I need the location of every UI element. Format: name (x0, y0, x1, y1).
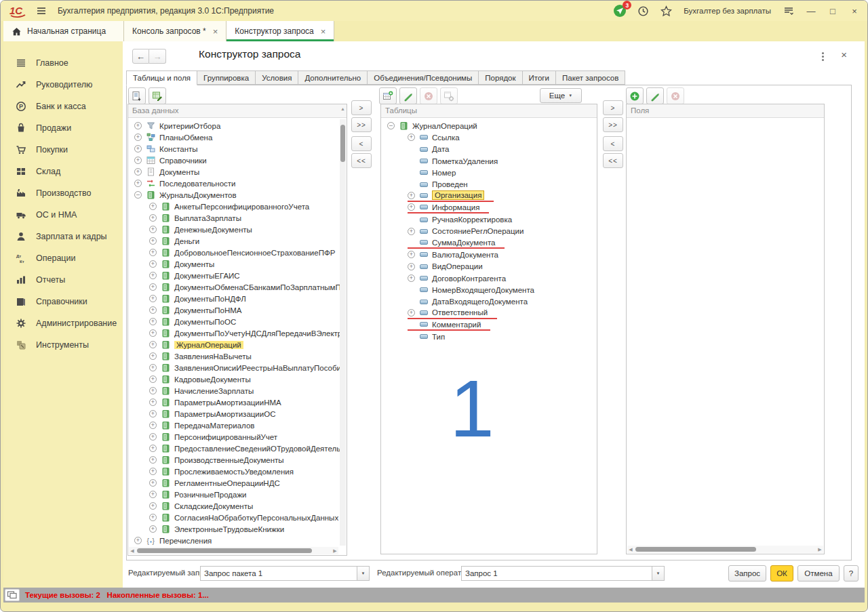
expand-toggle[interactable]: + (149, 329, 157, 337)
vertical-scrollbar[interactable] (340, 119, 346, 546)
tree-item[interactable]: +Ответственный (382, 308, 596, 319)
tree-item[interactable]: –ЖурналыДокументов (129, 189, 346, 201)
tree-item[interactable]: –ЖурналОпераций (382, 120, 596, 131)
expand-toggle[interactable]: + (149, 375, 157, 383)
tree-item[interactable]: +СостояниеРеглОперации (382, 226, 596, 237)
expand-toggle[interactable]: + (149, 226, 157, 233)
tree-item[interactable]: +КадровыеДокументы (129, 373, 346, 385)
query-wizard-button[interactable] (149, 87, 166, 104)
expand-toggle[interactable]: + (149, 468, 157, 475)
main-menu-icon[interactable] (36, 5, 48, 16)
tree-item[interactable]: +Информация (382, 202, 596, 213)
expand-toggle[interactable]: + (149, 352, 157, 360)
sidebar-item-os-i-nma[interactable]: ОС и НМА (3, 204, 123, 226)
expand-toggle[interactable]: + (134, 168, 142, 176)
tree-item[interactable]: Комментарий (382, 319, 596, 331)
sidebar-item-spravochniki[interactable]: Справочники (3, 291, 123, 312)
move-all-left-button[interactable]: << (603, 153, 623, 168)
form-tab-3[interactable]: Дополнительно (298, 70, 368, 85)
expand-toggle[interactable]: + (149, 445, 157, 452)
performance-indicator-icon[interactable] (5, 589, 20, 601)
move-selected-left-button[interactable]: < (351, 136, 372, 151)
expand-toggle[interactable]: + (149, 502, 157, 510)
expand-toggle[interactable]: + (149, 283, 157, 291)
delete-table-button[interactable] (420, 87, 437, 104)
horizontal-scrollbar[interactable]: ◀▶ (627, 546, 823, 553)
edit-table-button[interactable] (399, 87, 417, 104)
tree-item[interactable]: Тип (382, 331, 596, 342)
sidebar-item-administrirovanie[interactable]: Администрирование (3, 312, 123, 334)
tab-query-console[interactable]: Консоль запросов *× (124, 21, 226, 41)
form-tab-6[interactable]: Итоги (523, 70, 556, 85)
expand-toggle[interactable]: + (149, 410, 157, 417)
expand-toggle[interactable]: + (408, 228, 415, 235)
scroll-up-icon[interactable]: ▲ (340, 106, 346, 111)
expand-toggle[interactable]: + (408, 134, 415, 141)
tree-item[interactable]: +СогласияНаОбработкуПерсональныхДанных (129, 512, 346, 523)
tree-item[interactable]: +{}Перечисления (129, 535, 346, 546)
tree-item[interactable]: +РегламентныеОперацииНДС (129, 477, 346, 489)
tree-item[interactable]: +Документы (129, 258, 346, 270)
expand-toggle[interactable]: + (149, 525, 157, 533)
sidebar-item-sklad[interactable]: Склад (3, 161, 123, 182)
form-tab-7[interactable]: Пакет запросов (556, 70, 625, 85)
tree-item[interactable]: +ЗаявленияНаВычеты (129, 350, 346, 362)
form-tab-1[interactable]: Группировка (197, 70, 256, 85)
close-form-icon[interactable]: × (841, 49, 847, 60)
tree-item[interactable]: +ДокументыЕГАИС (129, 270, 346, 281)
tree-item[interactable]: +Справочники (129, 155, 346, 166)
add-table-button[interactable] (379, 87, 397, 104)
tree-item[interactable]: +ДокументыПоНДФЛ (129, 293, 346, 304)
tree-item[interactable]: СуммаДокумента (382, 237, 596, 249)
tree-item[interactable]: +АнкетыПерсонифицированногоУчета (129, 201, 346, 212)
query-button[interactable]: Запрос (728, 565, 766, 582)
expand-toggle[interactable]: + (149, 318, 157, 325)
expand-toggle[interactable]: + (149, 341, 157, 348)
expand-toggle[interactable]: + (134, 537, 142, 544)
tree-item[interactable]: +Организация (382, 190, 596, 202)
tab-query-constructor[interactable]: Конструктор запроса× (226, 21, 334, 41)
tree-item[interactable]: +НачислениеЗарплаты (129, 385, 346, 396)
tree-item[interactable]: +ПередачаМатериалов (129, 420, 346, 431)
expand-toggle[interactable]: + (149, 364, 157, 371)
tree-item[interactable]: ПометкаУдаления (382, 155, 596, 167)
form-tab-4[interactable]: Объединения/Псевдонимы (368, 70, 479, 85)
table-parameters-button[interactable] (440, 87, 458, 104)
close-icon[interactable]: × (321, 26, 326, 37)
expand-toggle[interactable]: + (149, 387, 157, 394)
tree-item[interactable]: +Последовательности (129, 178, 346, 189)
expand-toggle[interactable]: + (149, 295, 157, 302)
move-selected-right-button[interactable]: > (351, 100, 372, 115)
tree-item[interactable]: +ЭлектронныеТрудовыеКнижки (129, 523, 346, 535)
tree-item[interactable]: НомерВходящегоДокумента (382, 284, 596, 295)
expand-toggle[interactable]: + (149, 456, 157, 464)
edit-field-button[interactable] (646, 87, 664, 104)
expand-toggle[interactable]: + (149, 260, 157, 268)
move-all-right-button[interactable]: >> (351, 117, 372, 132)
move-selected-right-button[interactable]: > (603, 100, 623, 115)
tree-item[interactable]: +Документы (129, 166, 346, 178)
tree-item[interactable]: +ДокументыОбменаСБанкамиПоЗарплатнымПрое… (129, 281, 346, 293)
delete-field-button[interactable] (667, 87, 684, 104)
sidebar-item-proizvodstvo[interactable]: Производство (3, 182, 123, 204)
sidebar-item-instrumenty[interactable]: Инструменты (3, 334, 123, 356)
sidebar-item-otchety[interactable]: Отчеты (3, 269, 123, 291)
expand-toggle[interactable]: + (149, 203, 157, 210)
tree-item[interactable]: +ПараметрыАмортизацииОС (129, 408, 346, 420)
more-button[interactable]: Еще▼ (540, 88, 582, 103)
tree-item[interactable]: +ДоговорКонтрагента (382, 272, 596, 284)
tree-item[interactable]: ДатаВходящегоДокумента (382, 295, 596, 307)
add-field-button[interactable] (626, 87, 644, 104)
horizontal-scrollbar[interactable]: ◀▶ (129, 547, 338, 554)
chevron-down-icon[interactable]: ▼ (652, 567, 664, 580)
forward-button[interactable]: → (149, 49, 166, 64)
tree-item[interactable]: +РозничныеПродажи (129, 489, 346, 500)
tree-item[interactable]: +ПроизводственныеДокументы (129, 454, 346, 466)
expand-toggle[interactable]: + (149, 272, 157, 279)
tree-item[interactable]: +Константы (129, 143, 346, 155)
output-list-button[interactable] (128, 87, 146, 104)
current-user-label[interactable]: Бухгалтер без зарплаты (684, 7, 771, 15)
sidebar-item-bank-i-kassa[interactable]: РБанк и касса (3, 96, 123, 117)
expand-toggle[interactable]: + (149, 422, 157, 429)
tree-item[interactable]: +ВыплатаЗарплаты (129, 212, 346, 224)
